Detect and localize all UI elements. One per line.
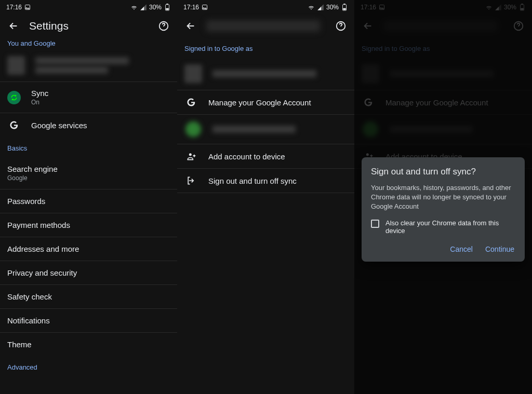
continue-button[interactable]: Continue [484, 242, 515, 256]
battery-icon [164, 4, 171, 11]
search-engine-value: Google [7, 174, 170, 182]
signal-icon [495, 4, 502, 11]
theme-row[interactable]: Theme [0, 333, 177, 356]
image-icon [24, 4, 31, 11]
svg-rect-13 [521, 4, 523, 5]
sync-icon [7, 91, 21, 104]
status-bar: 17:16 30% [177, 0, 354, 15]
svg-rect-14 [521, 8, 523, 10]
status-battery-percent: 30% [504, 4, 516, 11]
section-you-and-google: You and Google [0, 37, 177, 49]
account-email-redacted [35, 66, 108, 74]
account-email-redacted [390, 70, 494, 77]
cancel-button[interactable]: Cancel [449, 242, 474, 256]
sync-state: On [31, 99, 48, 106]
second-account-row[interactable] [177, 115, 354, 144]
signed-in-label: Signed in to Google as [177, 37, 354, 58]
page-title: Settings [29, 20, 148, 32]
dialog-body: Your bookmarks, history, passwords, and … [371, 183, 515, 212]
account-primary-row[interactable] [177, 58, 354, 90]
notifications-row[interactable]: Notifications [0, 309, 177, 333]
svg-rect-2 [166, 4, 168, 5]
addresses-row[interactable]: Addresses and more [0, 237, 177, 261]
manage-account-row: Manage your Google Account [354, 90, 532, 115]
manage-account-row[interactable]: Manage your Google Account [177, 90, 354, 115]
avatar [185, 121, 201, 137]
avatar [7, 56, 25, 75]
dialog-checkbox-label: Also clear your Chrome data from this de… [385, 219, 515, 235]
sign-out-dialog-screen: 17:16 30% Signed in to [354, 0, 532, 394]
search-engine-row[interactable]: Search engine Google [0, 157, 177, 189]
battery-icon [518, 4, 526, 11]
second-account-redacted [390, 126, 473, 133]
settings-header: Settings [0, 15, 177, 37]
account-email-redacted [212, 70, 316, 77]
google-g-icon [186, 97, 196, 107]
privacy-row[interactable]: Privacy and security [0, 261, 177, 285]
manage-account-label: Manage your Google Account [208, 98, 311, 107]
payment-methods-row[interactable]: Payment methods [0, 213, 177, 237]
sign-out-row[interactable]: Sign out and turn off sync [177, 169, 354, 193]
settings-screen: 17:16 30% Settings You and Google [0, 0, 177, 394]
add-account-row[interactable]: Add account to device [177, 144, 354, 169]
account-title-redacted [206, 20, 320, 32]
back-icon[interactable] [7, 20, 20, 32]
safety-check-row[interactable]: Safety check [0, 285, 177, 309]
dialog-checkbox-row[interactable]: Also clear your Chrome data from this de… [371, 219, 515, 235]
sync-row[interactable]: Sync On [0, 82, 177, 113]
avatar [184, 64, 202, 83]
wifi-icon [485, 4, 493, 11]
svg-rect-7 [343, 4, 345, 5]
section-advanced: Advanced [0, 356, 177, 376]
manage-account-label: Manage your Google Account [385, 98, 488, 107]
svg-rect-3 [166, 8, 168, 10]
checkbox-icon[interactable] [371, 220, 379, 228]
status-battery-percent: 30% [326, 4, 339, 11]
passwords-row[interactable]: Passwords [0, 189, 177, 213]
status-time: 17:16 [6, 4, 22, 11]
avatar [363, 121, 378, 137]
image-icon [201, 4, 208, 11]
svg-point-16 [366, 153, 369, 156]
status-battery-percent: 30% [149, 4, 162, 11]
add-account-label: Add account to device [208, 152, 285, 161]
account-row[interactable] [0, 49, 177, 82]
battery-icon [341, 4, 348, 11]
account-title-redacted [383, 20, 498, 32]
google-g-icon [363, 97, 374, 107]
help-icon[interactable] [335, 20, 347, 32]
status-bar: 17:16 30% [0, 0, 177, 15]
status-bar: 17:16 30% [354, 0, 532, 15]
status-time: 17:16 [361, 4, 376, 11]
account-header [354, 15, 532, 37]
svg-rect-8 [343, 8, 345, 10]
sync-label: Sync [31, 89, 48, 98]
account-primary-row [354, 58, 532, 90]
sign-out-icon [186, 175, 196, 186]
svg-point-10 [189, 153, 192, 156]
help-icon[interactable] [157, 20, 170, 32]
account-screen: 17:16 30% Signed in to Google as [177, 0, 354, 394]
signal-icon [140, 4, 147, 11]
second-account-row [354, 115, 532, 144]
back-icon[interactable] [184, 20, 197, 32]
second-account-redacted [212, 126, 296, 133]
help-icon [512, 20, 525, 32]
signed-in-label: Signed in to Google as [354, 37, 532, 58]
signal-icon [317, 4, 324, 11]
section-basics: Basics [0, 137, 177, 157]
google-g-icon [9, 120, 19, 130]
avatar [362, 64, 379, 83]
person-add-icon [186, 151, 196, 161]
account-header [177, 15, 354, 37]
google-services-row[interactable]: Google services [0, 113, 177, 137]
google-services-label: Google services [31, 121, 87, 130]
sign-out-dialog: Sign out and turn off sync? Your bookmar… [362, 157, 525, 262]
search-engine-label: Search engine [7, 165, 170, 173]
status-time: 17:16 [183, 4, 199, 11]
back-icon [362, 20, 374, 32]
wifi-icon [308, 4, 315, 11]
account-name-redacted [35, 57, 129, 64]
dialog-title: Sign out and turn off sync? [371, 167, 515, 177]
sign-out-label: Sign out and turn off sync [208, 176, 297, 185]
